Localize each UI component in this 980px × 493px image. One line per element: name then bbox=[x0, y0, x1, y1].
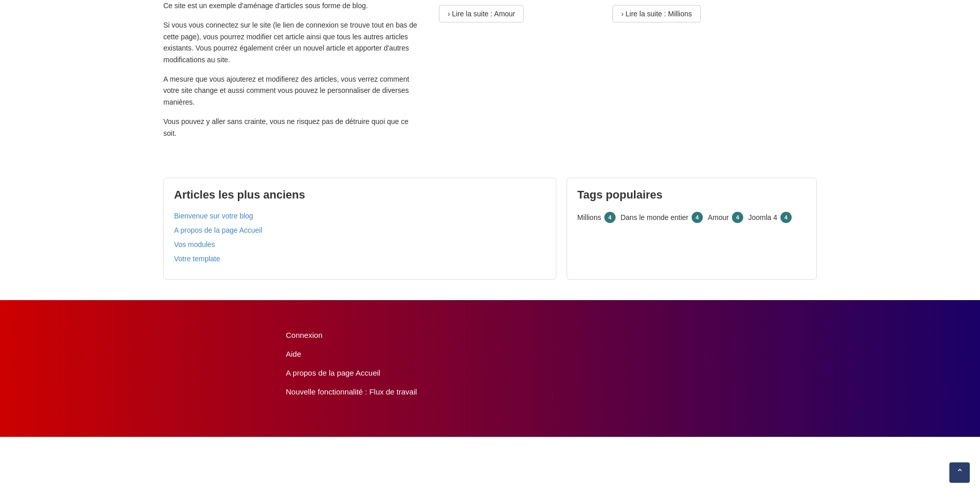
article-paragraph-4: Vous pouvez y aller sans crainte, vous n… bbox=[163, 116, 419, 139]
articles-panel: Articles les plus anciens Bienvenue sur … bbox=[163, 178, 556, 280]
tag-label-2: Amour bbox=[708, 213, 729, 221]
article-link-1[interactable]: Bienvenue sur votre blog bbox=[174, 212, 546, 220]
footer-inner: ConnexionAideA propos de la page Accueil… bbox=[153, 331, 827, 396]
footer-link-1[interactable]: Aide bbox=[286, 350, 694, 358]
tag-badge-2: 4 bbox=[732, 212, 743, 223]
tags-container: Millions4Dans le monde entier4Amour4Joom… bbox=[577, 212, 806, 223]
article-paragraph-2: Si vous vous connectez sur le site (le l… bbox=[163, 19, 419, 65]
tag-item-1[interactable]: Dans le monde entier4 bbox=[621, 212, 703, 223]
article-link-3[interactable]: Vos modules bbox=[174, 240, 546, 249]
tag-label-0: Millions bbox=[577, 213, 601, 221]
tag-item-3[interactable]: Joomla 44 bbox=[748, 212, 792, 223]
tag-label-1: Dans le monde entier bbox=[621, 213, 689, 221]
article-paragraph-1: Ce site est un exemple d'aménage d'artic… bbox=[163, 0, 419, 11]
article-paragraph-3: A mesure que vous ajouterez et modifiere… bbox=[163, 73, 419, 108]
read-more-millions-button[interactable]: › Lire la suite : Millions bbox=[612, 5, 701, 22]
read-more-amour-button[interactable]: › Lire la suite : Amour bbox=[439, 5, 524, 22]
articles-panel-title: Articles les plus anciens bbox=[174, 188, 546, 202]
article-link-2[interactable]: A propos de la page Accueil bbox=[174, 226, 546, 234]
tag-badge-1: 4 bbox=[692, 212, 703, 223]
tag-label-3: Joomla 4 bbox=[748, 213, 777, 221]
tag-item-2[interactable]: Amour4 bbox=[708, 212, 743, 223]
tags-panel-title: Tags populaires bbox=[577, 188, 806, 202]
article-left: Ce site est un exemple d'aménage d'artic… bbox=[163, 0, 419, 147]
tag-item-0[interactable]: Millions4 bbox=[577, 212, 616, 223]
article-center: › Lire la suite : Amour bbox=[439, 0, 592, 147]
footer: ConnexionAideA propos de la page Accueil… bbox=[0, 300, 980, 437]
tags-panel: Tags populaires Millions4Dans le monde e… bbox=[567, 178, 817, 280]
scroll-to-top-button[interactable]: ⌃ bbox=[949, 462, 970, 483]
footer-link-0[interactable]: Connexion bbox=[286, 331, 694, 339]
footer-link-3[interactable]: Nouvelle fonctionnalité : Flux de travai… bbox=[286, 387, 694, 396]
article-link-4[interactable]: Votre template bbox=[174, 255, 546, 263]
article-right: › Lire la suite : Millions bbox=[612, 0, 766, 147]
top-section: Ce site est un exemple d'aménage d'artic… bbox=[163, 0, 817, 162]
footer-link-2[interactable]: A propos de la page Accueil bbox=[286, 368, 694, 377]
articles-links-list: Bienvenue sur votre blog A propos de la … bbox=[174, 212, 546, 263]
bottom-panels: Articles les plus anciens Bienvenue sur … bbox=[163, 178, 817, 280]
main-content: Ce site est un exemple d'aménage d'artic… bbox=[153, 0, 827, 280]
tag-badge-3: 4 bbox=[780, 212, 792, 223]
tag-badge-0: 4 bbox=[604, 212, 616, 223]
